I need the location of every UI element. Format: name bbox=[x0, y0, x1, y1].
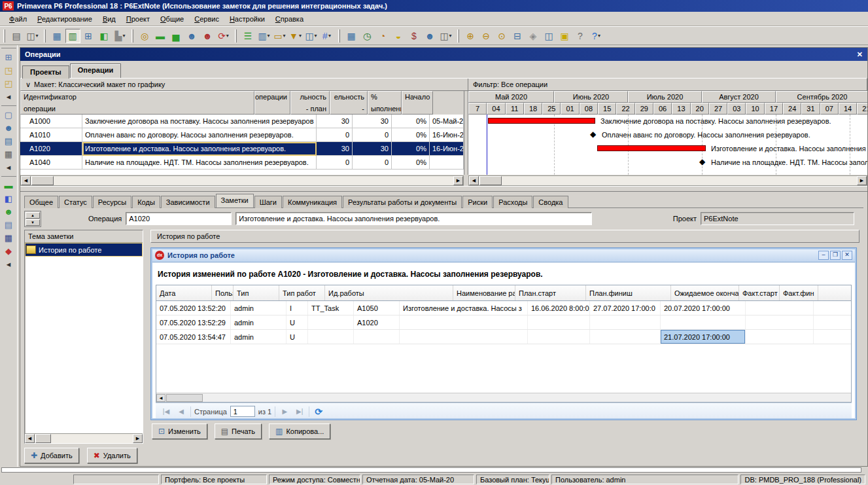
milestone-diamond-icon[interactable]: ◆ bbox=[590, 130, 596, 139]
workspace-tab[interactable]: Операции bbox=[70, 63, 121, 78]
history-column-header[interactable]: Дата bbox=[156, 285, 212, 300]
work-name-cell[interactable]: Изготовление и доставка. Насосы з bbox=[400, 301, 528, 315]
split-horizontal-icon[interactable]: ⊟ bbox=[510, 29, 525, 43]
activity-id-cell[interactable]: A1040 bbox=[20, 156, 82, 170]
collapse-left2-icon[interactable]: ◂ bbox=[7, 163, 11, 171]
activity-name-cell[interactable]: Наличие на площадке. НДТ. ТМ. Насосы зап… bbox=[82, 156, 317, 170]
split-vertical-icon[interactable]: ◫ bbox=[542, 29, 557, 43]
resource-assignments-icon[interactable]: ☻ bbox=[200, 29, 215, 43]
plan-finish-cell[interactable] bbox=[590, 315, 661, 329]
trace-logic-icon[interactable]: ◧ bbox=[97, 29, 112, 43]
zoom-out-icon[interactable]: ⊖ bbox=[479, 29, 494, 43]
planned-duration-cell[interactable]: 0 bbox=[317, 156, 353, 170]
restore-icon[interactable]: ❐ bbox=[830, 251, 841, 260]
reports-view-icon[interactable]: ▦ bbox=[5, 150, 12, 158]
dropdown-arrow-icon[interactable]: ▾ bbox=[226, 33, 229, 39]
help-icon[interactable]: ? bbox=[573, 29, 588, 43]
gantt-week-cell[interactable]: 25 bbox=[542, 103, 561, 115]
menu-item[interactable]: Справка bbox=[270, 13, 309, 25]
gantt-week-cell[interactable]: 20 bbox=[691, 103, 709, 115]
menu-item[interactable]: Проект bbox=[121, 13, 155, 25]
work-id-cell[interactable] bbox=[354, 330, 400, 344]
column-header[interactable]: % ыполнения bbox=[368, 91, 402, 115]
actual-finish-cell[interactable] bbox=[814, 301, 852, 315]
details-tab[interactable]: Коммуникация bbox=[283, 196, 342, 208]
assign-resources-icon[interactable]: ☻ bbox=[423, 29, 438, 43]
gantt-week-cell[interactable]: 07 bbox=[820, 103, 839, 115]
scrollbar-thumb[interactable] bbox=[479, 176, 502, 185]
next-page-icon[interactable]: ▶ bbox=[279, 406, 290, 418]
add-button[interactable]: ✚ Добавить bbox=[24, 448, 79, 463]
planned-duration-cell[interactable]: 30 bbox=[317, 115, 353, 128]
history-row[interactable]: 07.05.2020 13:52:29 admin U A1020 bbox=[156, 315, 851, 330]
menu-item[interactable]: Вид bbox=[97, 13, 121, 25]
actual-start-cell[interactable] bbox=[746, 315, 814, 329]
activity-id-field[interactable]: A1020 bbox=[126, 212, 232, 225]
history-column-header[interactable]: Ожидаемое окончание bbox=[671, 285, 739, 300]
activity-id-cell[interactable]: A1010 bbox=[20, 128, 82, 142]
gantt-horizontal-scrollbar[interactable]: ◀ ▶ bbox=[468, 175, 867, 186]
details-tab[interactable]: Ресурсы bbox=[93, 196, 131, 208]
history-column-header[interactable]: Наименование работы bbox=[453, 285, 515, 300]
layout-option[interactable]: ∨ Макет: Классический макет по графику bbox=[21, 79, 468, 90]
date-cell[interactable]: 07.05.2020 13:54:47 bbox=[156, 330, 231, 344]
activity-bar-icon[interactable]: ▬ bbox=[153, 29, 168, 43]
column-header[interactable]: Название операции bbox=[254, 91, 290, 115]
gantt-week-cell[interactable]: 13 bbox=[672, 103, 690, 115]
expenses-view-icon[interactable]: ▦ bbox=[5, 234, 12, 242]
details-tab[interactable]: Шаги bbox=[254, 196, 282, 208]
gantt-week-cell[interactable]: 22 bbox=[616, 103, 634, 115]
toolbar-group-handle[interactable] bbox=[44, 29, 46, 43]
close-icon[interactable]: ✕ bbox=[857, 50, 863, 59]
scroll-left-icon[interactable]: ◀ bbox=[469, 176, 479, 185]
start-date-cell[interactable] bbox=[430, 156, 464, 170]
delete-button[interactable]: ✖ Удалить bbox=[87, 448, 137, 463]
dropdown-arrow-icon[interactable]: ▾ bbox=[283, 33, 286, 39]
history-column-header[interactable]: Факт.старт bbox=[739, 285, 780, 300]
scroll-right-icon[interactable]: ▶ bbox=[453, 176, 463, 185]
menu-item[interactable]: Редактирование bbox=[32, 13, 97, 25]
close-icon[interactable]: ✕ bbox=[842, 251, 852, 260]
plan-start-cell[interactable] bbox=[528, 330, 590, 344]
work-name-cell[interactable] bbox=[400, 330, 528, 344]
work-id-cell[interactable]: A1020 bbox=[354, 315, 400, 329]
gantt-week-cell[interactable]: 03 bbox=[727, 103, 746, 115]
activity-name-cell[interactable]: Заключение договора на поставку. Насосы … bbox=[82, 115, 317, 128]
duration-cell[interactable]: 0 bbox=[353, 156, 392, 170]
plan-finish-cell[interactable] bbox=[590, 330, 661, 344]
table-layout-icon[interactable]: ▦ bbox=[50, 29, 65, 43]
date-cell[interactable]: 07.05.2020 13:52:29 bbox=[156, 315, 231, 329]
workspace-tab[interactable]: Проекты bbox=[22, 65, 69, 79]
duration-cell[interactable]: 30 bbox=[353, 142, 392, 156]
dropdown-arrow-icon[interactable]: ▾ bbox=[36, 33, 39, 39]
activity-name-field[interactable]: Изготовление и доставка. Насосы заполнен… bbox=[235, 212, 592, 225]
history-column-header[interactable]: План.финиш bbox=[586, 285, 671, 300]
type-cell[interactable]: U bbox=[286, 315, 308, 329]
apply-actuals-icon[interactable]: ◔ bbox=[375, 29, 391, 43]
filter-option[interactable]: Фильтр: Все операции bbox=[468, 79, 867, 90]
assignments-view-icon[interactable]: ☻ bbox=[4, 207, 13, 216]
gantt-bar[interactable] bbox=[488, 118, 595, 124]
bars-settings-icon[interactable]: ◫ ▾ bbox=[304, 29, 319, 43]
details-tab[interactable]: Зависимости bbox=[161, 196, 215, 208]
gantt-month-cell[interactable]: Май 2020 bbox=[468, 91, 554, 103]
progress-spotlight-icon[interactable]: ◒ bbox=[391, 29, 406, 43]
toolbar-group-handle[interactable] bbox=[235, 29, 237, 43]
history-column-header[interactable]: Тип работ bbox=[279, 285, 325, 300]
activities-view-icon[interactable]: ▬ bbox=[5, 181, 13, 190]
gantt-week-cell[interactable]: 24 bbox=[783, 103, 801, 115]
details-tab[interactable]: Расходы bbox=[493, 196, 532, 208]
scroll-left-icon[interactable]: ◀ bbox=[156, 394, 165, 402]
date-cell[interactable]: 07.05.2020 13:52:20 bbox=[156, 301, 231, 315]
menu-item[interactable]: Сервис bbox=[189, 13, 224, 25]
history-column-header[interactable]: Пользователь bbox=[212, 285, 234, 300]
dropdown-arrow-icon[interactable]: ▾ bbox=[449, 33, 452, 39]
percent-complete-cell[interactable]: 0% bbox=[392, 142, 430, 156]
reorganize-icon[interactable]: ⟳ ▾ bbox=[216, 29, 231, 43]
gantt-chart-icon[interactable]: ▥ bbox=[65, 29, 80, 43]
note-topic-item[interactable]: История по работе bbox=[25, 243, 143, 257]
percent-complete-cell[interactable]: 0% bbox=[392, 128, 430, 142]
collapse-left-icon[interactable]: ◂ bbox=[7, 92, 11, 101]
activity-name-cell[interactable]: Оплачен аванс по договору. Насосы заполн… bbox=[82, 128, 317, 142]
refresh-icon[interactable]: ⟳ bbox=[315, 406, 322, 417]
